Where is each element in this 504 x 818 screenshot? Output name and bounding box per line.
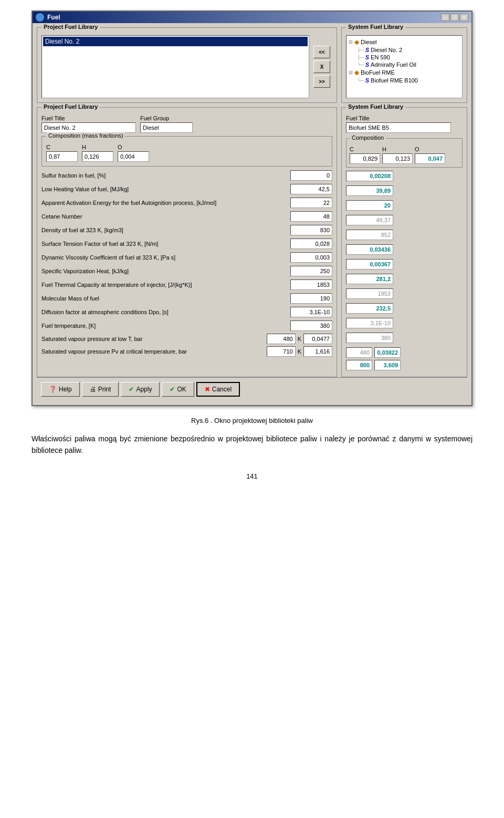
properties-table: Sulfur fraction in fuel, [%] Low Heating… [41,170,332,332]
sys-prop-value-5[interactable] [346,244,393,255]
sys-prop-value-0[interactable] [346,171,393,181]
help-label: Help [59,386,72,393]
sys-fuel-title-input[interactable] [346,122,451,133]
proj-prop-value-6[interactable] [290,252,332,263]
proj-prop-value-11[interactable] [290,320,332,331]
import-left-button[interactable]: << [313,46,330,58]
top-section: Project Fuel Library Diesel No. 2 << X >… [37,27,467,103]
comp-o-input[interactable] [118,151,149,162]
sys-prop-value-7[interactable] [346,274,393,284]
sat-critical-val-input[interactable] [303,346,332,357]
sys-comp-h-label: H [382,146,413,152]
apply-button[interactable]: ✔ Apply [121,382,160,397]
expand-icon: ⊟ [349,39,353,45]
sys-prop-value-8[interactable] [346,288,393,299]
sys-comp-label: Composition [350,134,386,141]
sys-comp-h-input[interactable] [382,153,413,164]
sys-prop-value-2[interactable] [346,200,393,211]
fuel-window: Fuel ─ □ × Project Fuel Library Diesel N… [32,11,472,406]
sat-low-k-input[interactable] [267,334,296,344]
sys-sat-critical-val[interactable] [374,360,401,370]
proj-prop-label-9: Molecular Mass of fuel [41,295,290,302]
sys-prop-row [346,244,463,257]
project-fuel-library-top: Project Fuel Library Diesel No. 2 << X >… [37,27,337,103]
comp-h-input[interactable] [82,151,113,162]
sys-prop-value-11[interactable] [346,333,393,343]
sat-critical-values: K [267,346,332,357]
proj-prop-value-0[interactable] [290,170,332,181]
sys-sat-low-k[interactable] [346,347,372,358]
biofuel-label: BioFuel RME [361,69,395,76]
help-button[interactable]: ❓ Help [41,382,80,397]
sys-prop-value-6[interactable] [346,259,393,270]
tree-item-diesel2[interactable]: ├─ S Diesel No. 2 [349,46,460,54]
proj-prop-row: Apparent Activation Energy for the fuel … [41,197,332,209]
proj-prop-value-3[interactable] [290,211,332,222]
b100-icon: S [365,77,369,84]
sys-fuel-title-label: Fuel Title [346,115,463,121]
sys-prop-row [346,200,463,213]
en590-label: EN 590 [371,54,390,60]
cancel-button[interactable]: ✖ Cancel [196,382,240,397]
fuel-group-field: Fuel Group [140,115,193,133]
tree-item-diesel[interactable]: ⊟ ◆ Diesel [349,38,460,46]
proj-prop-value-5[interactable] [290,239,332,249]
sat-low-val-input[interactable] [303,334,332,344]
fuel-list-item[interactable]: Diesel No. 2 [43,37,308,46]
project-fuel-details: Project Fuel Library Fuel Title Fuel Gro… [37,107,337,377]
proj-prop-value-2[interactable] [290,198,332,208]
comp-c-label: C [46,144,78,150]
sys-prop-value-1[interactable] [346,185,393,196]
proj-prop-row: Surface Tension Factor of fuel at 323 K,… [41,238,332,250]
project-library-top-label: Project Fuel Library [41,24,100,30]
proj-prop-value-7[interactable] [290,266,332,276]
sys-comp-c-input[interactable] [350,153,380,164]
sat-critical-row: Saturated vapour pressure Pv at critical… [41,346,332,357]
sys-prop-value-3[interactable] [346,215,393,225]
delete-button[interactable]: X [313,60,330,73]
system-fuel-tree[interactable]: ⊟ ◆ Diesel ├─ S Diesel No. 2 ├─ S EN 590 [346,35,463,98]
sys-comp-o-input[interactable] [415,153,445,164]
b100-label: Biofuel RME B100 [371,77,418,84]
connector2-icon: ├─ [357,55,364,60]
sys-prop-value-9[interactable] [346,303,393,314]
sys-prop-value-4[interactable] [346,230,393,240]
sys-sat-critical-row [346,360,463,370]
tree-item-en590[interactable]: ├─ S EN 590 [349,54,460,61]
proj-prop-row: Fuel Thermal Capacity at temperature of … [41,279,332,291]
proj-prop-value-4[interactable] [290,225,332,235]
minimize-button[interactable]: ─ [441,14,449,21]
sat-critical-k-input[interactable] [267,346,296,357]
sys-prop-row [346,171,463,183]
sat-low-label: Saturated vapour pressure at low T, bar [41,335,267,343]
expand2-icon: ⊟ [349,70,353,75]
sys-prop-value-10[interactable] [346,318,393,328]
proj-prop-value-9[interactable] [290,293,332,304]
tree-item-biofuelb100[interactable]: └─ S Biofuel RME B100 [349,77,460,84]
sys-sat-low-val[interactable] [374,347,401,358]
tree-item-biofuel[interactable]: ⊟ ◆ BioFuel RME [349,68,460,77]
fuel-title-input[interactable] [41,122,136,133]
export-right-button[interactable]: >> [313,75,330,88]
sys-prop-row [346,215,463,227]
sys-prop-row [346,333,463,345]
sys-sat-critical-k[interactable] [346,360,372,370]
comp-o-field: O [118,144,149,162]
title-bar-left: Fuel [36,13,60,22]
fuel-title-field: Fuel Title [41,115,136,133]
apply-icon: ✔ [129,386,134,393]
system-library-top-label: System Fuel Library [346,24,405,30]
project-fuel-list[interactable]: Diesel No. 2 [41,35,309,98]
proj-prop-value-1[interactable] [290,184,332,194]
print-button[interactable]: 🖨 Print [82,382,119,397]
comp-c-input[interactable] [46,151,78,162]
tree-item-admiralty[interactable]: └─ S Admiralty Fuel Oil [349,61,460,68]
proj-prop-label-0: Sulfur fraction in fuel, [%] [41,172,290,179]
maximize-button[interactable]: □ [450,14,459,21]
proj-prop-value-8[interactable] [290,279,332,290]
sys-prop-row [346,259,463,272]
fuel-group-input[interactable] [140,122,193,133]
ok-button[interactable]: ✔ OK [162,382,194,397]
proj-prop-value-10[interactable] [290,307,332,317]
close-button[interactable]: × [460,14,468,21]
